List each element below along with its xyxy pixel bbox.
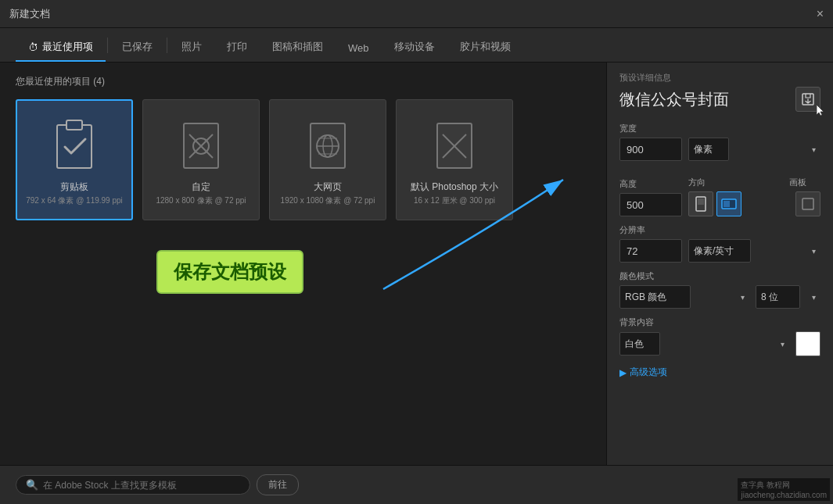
tab-divider — [107, 38, 108, 53]
recent-title: 您最近使用的项目 (4) — [16, 75, 591, 88]
preset-details-label: 预设详细信息 — [619, 72, 820, 84]
advanced-toggle[interactable]: ▶ 高级选项 — [619, 366, 820, 379]
ps-icon — [427, 113, 482, 176]
width-row: 像素 英寸 厘米 — [619, 138, 820, 161]
stock-input-wrapper: 🔍 — [16, 475, 250, 495]
custom-icon — [174, 113, 228, 176]
card-sublabel-custom: 1280 x 800 像素 @ 72 ppi — [156, 195, 246, 206]
height-label: 高度 — [619, 178, 682, 190]
search-icon: 🔍 — [26, 479, 38, 491]
svg-rect-0 — [57, 125, 92, 168]
resolution-unit-wrapper: 像素/英寸 像素/厘米 — [688, 239, 820, 263]
goto-button[interactable]: 前往 — [257, 474, 299, 495]
background-row: 白色 黑色 透明 — [619, 331, 820, 356]
svg-rect-21 — [802, 198, 813, 209]
width-unit-select[interactable]: 像素 英寸 厘米 — [688, 138, 729, 161]
background-label: 背景内容 — [619, 316, 820, 328]
right-panel: 预设详细信息 微信公众号封面 宽度 — [606, 63, 833, 465]
card-label-custom: 自定 — [192, 181, 210, 194]
tab-film[interactable]: 胶片和视频 — [447, 34, 523, 62]
tabbar: ⏱ 最近使用项 已保存 照片 打印 图稿和插图 Web 移动设备 胶片和视频 — [0, 28, 833, 63]
canvas-label: 画板 — [789, 177, 820, 188]
bottom-bar: 🔍 前往 — [0, 465, 833, 504]
card-label-web: 大网页 — [314, 181, 342, 194]
tab-divider-2 — [167, 38, 167, 53]
tab-mobile[interactable]: 移动设备 — [382, 34, 447, 62]
save-preset-button[interactable] — [795, 87, 820, 112]
watermark: 查字典 教程网jiaocheng.chazidian.com — [738, 478, 830, 501]
tab-saved[interactable]: 已保存 — [110, 34, 165, 62]
background-wrapper: 白色 黑色 透明 — [619, 332, 789, 356]
main-layout: 您最近使用的项目 (4) 剪贴板 792 x 64 像素 @ 119.99 pp… — [0, 63, 833, 465]
tab-photo[interactable]: 照片 — [169, 34, 214, 62]
stock-search-area: 🔍 前往 — [16, 474, 817, 495]
clock-icon: ⏱ — [28, 41, 38, 53]
tab-web[interactable]: Web — [336, 36, 382, 62]
tab-art[interactable]: 图稿和插图 — [260, 34, 336, 62]
color-depth-wrapper: 8 位 16 位 32 位 — [756, 285, 820, 309]
background-color-swatch[interactable] — [795, 331, 820, 356]
card-sublabel-clipboard: 792 x 64 像素 @ 119.99 ppi — [26, 195, 123, 206]
close-button[interactable]: × — [817, 8, 824, 20]
color-mode-row: RGB 颜色 CMYK 颜色 灰度 8 位 16 位 32 位 — [619, 285, 820, 309]
resolution-label: 分辨率 — [619, 224, 820, 236]
preset-name: 微信公众号封面 — [619, 89, 729, 110]
resolution-row: 像素/英寸 像素/厘米 — [619, 239, 820, 263]
window-title: 新建文档 — [9, 7, 50, 21]
color-mode-select[interactable]: RGB 颜色 CMYK 颜色 灰度 — [619, 285, 691, 309]
resolution-input[interactable] — [619, 239, 682, 263]
cursor-indicator — [815, 103, 826, 120]
left-panel: 您最近使用的项目 (4) 剪贴板 792 x 64 像素 @ 119.99 pp… — [0, 63, 606, 465]
recent-grid: 剪贴板 792 x 64 像素 @ 119.99 ppi 自定 1280 x 8… — [16, 99, 591, 220]
card-sublabel-ps: 16 x 12 厘米 @ 300 ppi — [414, 195, 495, 206]
color-mode-label: 颜色模式 — [619, 270, 820, 282]
width-label: 宽度 — [619, 123, 820, 134]
tab-print[interactable]: 打印 — [214, 34, 260, 62]
preset-card-custom[interactable]: 自定 1280 x 800 像素 @ 72 ppi — [142, 99, 260, 220]
preset-card-web[interactable]: 大网页 1920 x 1080 像素 @ 72 ppi — [269, 99, 386, 220]
orientation-group — [688, 191, 785, 216]
height-input[interactable] — [619, 193, 682, 216]
portrait-button[interactable] — [688, 191, 713, 216]
svg-rect-18 — [698, 198, 704, 205]
svg-rect-1 — [66, 120, 82, 130]
preset-name-row: 微信公众号封面 — [619, 87, 820, 112]
annotation-box: 保存文档预设 — [156, 250, 303, 294]
stock-search-input[interactable] — [43, 480, 215, 491]
card-label-clipboard: 剪贴板 — [60, 181, 88, 194]
preset-card-clipboard[interactable]: 剪贴板 792 x 64 像素 @ 119.99 ppi — [16, 99, 133, 220]
clipboard-icon — [47, 113, 102, 176]
width-unit-wrapper: 像素 英寸 厘米 — [688, 138, 820, 161]
canvas-button[interactable] — [795, 191, 820, 216]
card-sublabel-web: 1920 x 1080 像素 @ 72 ppi — [281, 195, 375, 206]
width-input[interactable] — [619, 138, 682, 161]
resolution-unit-select[interactable]: 像素/英寸 像素/厘米 — [688, 239, 751, 263]
preset-card-ps[interactable]: 默认 Photoshop 大小 16 x 12 厘米 @ 300 ppi — [396, 99, 513, 220]
titlebar: 新建文档 × — [0, 0, 833, 28]
orientation-label: 方向 — [688, 177, 785, 188]
card-label-ps: 默认 Photoshop 大小 — [411, 181, 498, 194]
svg-rect-20 — [723, 201, 730, 207]
color-depth-select[interactable]: 8 位 16 位 32 位 — [756, 285, 800, 309]
chevron-right-icon: ▶ — [619, 367, 627, 378]
tab-recent[interactable]: ⏱ 最近使用项 — [16, 34, 106, 62]
color-mode-wrapper: RGB 颜色 CMYK 颜色 灰度 — [619, 285, 749, 309]
web-icon — [300, 113, 355, 176]
background-select[interactable]: 白色 黑色 透明 — [619, 332, 660, 356]
landscape-button[interactable] — [716, 191, 741, 216]
